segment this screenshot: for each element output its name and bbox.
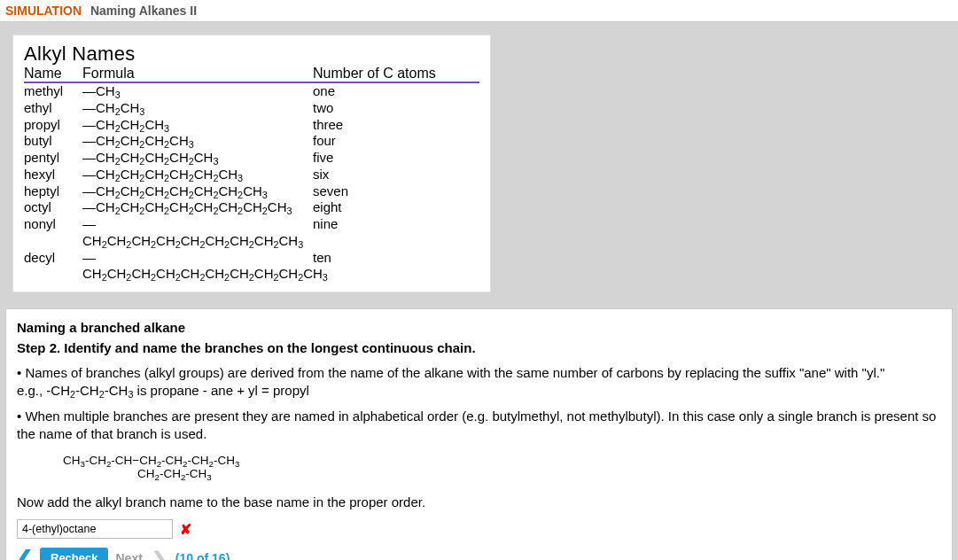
carbon-count: four: [313, 133, 472, 150]
carbon-count: ten: [313, 250, 472, 284]
alkyl-formula: —CH3: [82, 83, 313, 100]
alkyl-formula: —CH2CH2CH2CH2CH2CH2CH2CH2CH3: [82, 216, 313, 250]
alkyl-name: methyl: [24, 83, 82, 100]
progress-text: (10 of 16): [175, 551, 230, 560]
reference-title: Alkyl Names: [24, 43, 479, 66]
molecule-diagram: CH3-CH2-CH−CH2-CH2-CH2-CH3 CH2-CH2-CH3: [63, 455, 941, 481]
carbon-count: nine: [313, 216, 472, 250]
alkyl-name: decyl: [24, 250, 82, 284]
paragraph-2: • When multiple branches are present the…: [17, 408, 941, 442]
table-row: propyl—CH2CH2CH3three: [24, 117, 479, 134]
carbon-count: three: [313, 117, 472, 134]
recheck-button[interactable]: Recheck: [40, 548, 108, 560]
alkyl-formula: —CH2CH2CH2CH2CH2CH2CH3: [82, 183, 313, 200]
alkyl-name: pentyl: [24, 150, 82, 167]
molecule-branch: CH2-CH2-CH3: [137, 468, 941, 481]
col-carbons-header: Number of C atoms: [313, 66, 472, 82]
col-formula-header: Formula: [82, 66, 313, 82]
next-icon: ❯: [152, 549, 167, 560]
page-title: Naming Alkanes II: [90, 4, 197, 18]
reference-header-row: Name Formula Number of C atoms: [24, 66, 479, 83]
molecule-main-chain: CH3-CH2-CH−CH2-CH2-CH2-CH3: [63, 455, 941, 468]
page-header: SIMULATION Naming Alkanes II: [0, 0, 958, 22]
alkyl-formula: —CH2CH2CH2CH3: [82, 133, 313, 150]
incorrect-icon: ✘: [180, 521, 191, 538]
carbon-count: two: [313, 100, 472, 117]
carbon-count: one: [313, 83, 472, 100]
reference-card: Alkyl Names Name Formula Number of C ato…: [12, 35, 491, 292]
reference-rows: methyl—CH3oneethyl—CH2CH3twopropyl—CH2CH…: [24, 83, 479, 283]
table-row: pentyl—CH2CH2CH2CH2CH3five: [24, 150, 479, 167]
carbon-count: eight: [313, 199, 472, 216]
alkyl-name: hexyl: [24, 167, 82, 183]
table-row: octyl—CH2CH2CH2CH2CH2CH2CH2CH3eight: [24, 199, 479, 216]
alkyl-name: nonyl: [24, 216, 82, 250]
step-title: Step 2. Identify and name the branches o…: [17, 340, 941, 355]
alkyl-formula: —CH2CH2CH2CH2CH2CH3: [82, 167, 313, 183]
alkyl-formula: —CH2CH2CH2CH2CH3: [82, 150, 313, 167]
paragraph-1: • Names of branches (alkyl groups) are d…: [17, 364, 941, 399]
alkyl-name: heptyl: [24, 183, 82, 200]
carbon-count: six: [313, 167, 472, 183]
section-title: Naming a branched alkane: [17, 320, 941, 335]
next-label: Next: [115, 551, 142, 560]
alkyl-formula: —CH2CH2CH2CH2CH2CH2CH2CH2CH2CH3: [82, 250, 313, 284]
answer-row: ✘: [17, 519, 941, 539]
table-row: decyl—CH2CH2CH2CH2CH2CH2CH2CH2CH2CH3ten: [24, 250, 479, 284]
alkyl-name: propyl: [24, 117, 82, 134]
answer-input[interactable]: [17, 519, 173, 539]
alkyl-name: octyl: [24, 199, 82, 216]
content-panel: Naming a branched alkane Step 2. Identif…: [5, 308, 953, 560]
table-row: butyl—CH2CH2CH2CH3four: [24, 133, 479, 150]
table-row: nonyl—CH2CH2CH2CH2CH2CH2CH2CH2CH3nine: [24, 216, 479, 250]
alkyl-name: butyl: [24, 133, 82, 150]
simulation-label: SIMULATION: [5, 4, 82, 18]
nav-row: ❮ Recheck Next ❯ (10 of 16): [17, 548, 941, 560]
table-row: heptyl—CH2CH2CH2CH2CH2CH2CH3seven: [24, 183, 479, 200]
prev-icon[interactable]: ❮: [17, 548, 33, 560]
col-name-header: Name: [24, 66, 82, 82]
alkyl-formula: —CH2CH2CH2CH2CH2CH2CH2CH3: [82, 199, 313, 216]
carbon-count: five: [313, 150, 472, 167]
carbon-count: seven: [313, 183, 472, 200]
table-row: ethyl—CH2CH3two: [24, 100, 479, 117]
table-row: hexyl—CH2CH2CH2CH2CH2CH3six: [24, 167, 479, 183]
table-row: methyl—CH3one: [24, 83, 479, 100]
alkyl-name: ethyl: [24, 100, 82, 117]
prompt-text: Now add the alkyl branch name to the bas…: [17, 494, 941, 511]
alkyl-formula: —CH2CH2CH3: [82, 117, 313, 134]
alkyl-formula: —CH2CH3: [82, 100, 313, 117]
